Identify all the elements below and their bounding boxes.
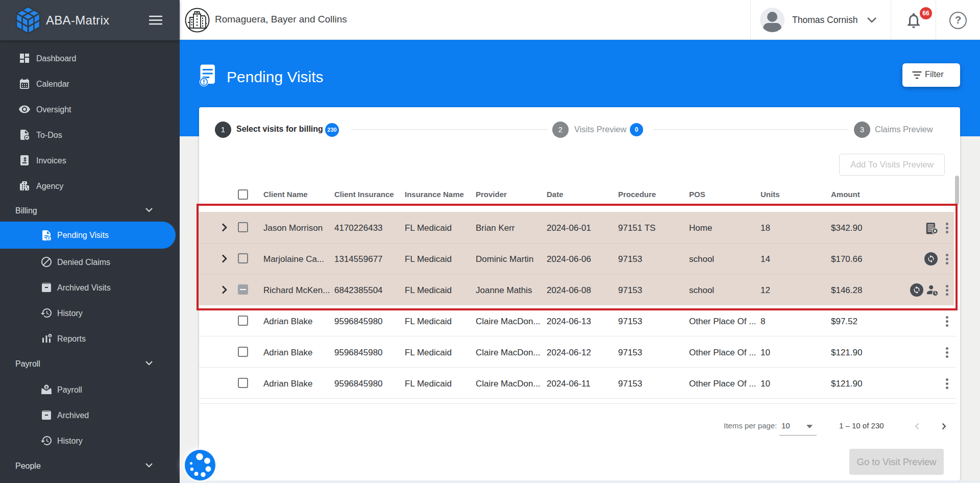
svg-text:$: $ xyxy=(45,385,48,390)
